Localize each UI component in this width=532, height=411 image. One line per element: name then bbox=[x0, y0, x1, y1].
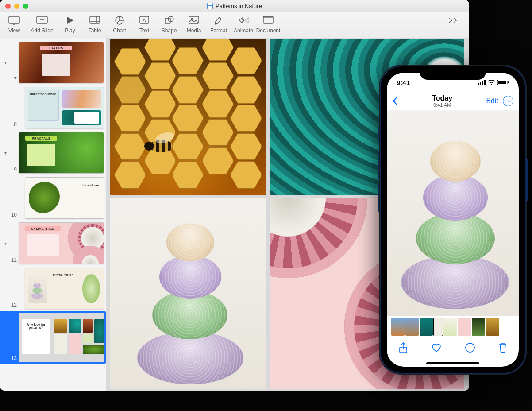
text-button[interactable]: A Text bbox=[132, 15, 157, 34]
svg-rect-25 bbox=[508, 81, 509, 83]
cellular-icon bbox=[478, 80, 486, 85]
battery-icon bbox=[497, 80, 509, 85]
photos-title: Today 9:41 AM bbox=[432, 94, 452, 108]
add-slide-icon bbox=[36, 16, 48, 25]
filmstrip-thumb-selected[interactable] bbox=[434, 318, 443, 336]
svg-rect-13 bbox=[165, 18, 170, 23]
svg-rect-15 bbox=[189, 16, 199, 23]
svg-point-16 bbox=[191, 18, 193, 20]
back-icon[interactable] bbox=[392, 96, 398, 106]
svg-rect-5 bbox=[90, 16, 100, 23]
format-icon bbox=[214, 16, 224, 25]
window-title-label: Patterns in Nature bbox=[216, 3, 262, 9]
format-label: Format bbox=[210, 27, 227, 34]
edit-button[interactable]: Edit bbox=[486, 97, 498, 105]
chart-icon bbox=[115, 16, 124, 25]
filmstrip-thumb[interactable] bbox=[458, 318, 471, 336]
window-title: Patterns in Nature bbox=[0, 3, 469, 9]
iphone-device: 9:41 Today 9:41 AM Edit ⋯ bbox=[379, 65, 527, 375]
favorite-button[interactable] bbox=[431, 342, 442, 355]
slide-thumb-9[interactable]: ▾ 9 FRACTALS bbox=[2, 132, 104, 174]
shape-icon bbox=[164, 16, 174, 25]
play-icon bbox=[66, 16, 74, 25]
disclosure-icon[interactable]: ▾ bbox=[2, 241, 9, 246]
table-button[interactable]: Table bbox=[82, 15, 107, 34]
iphone-screen: 9:41 Today 9:41 AM Edit ⋯ bbox=[387, 73, 519, 367]
media-button[interactable]: Media bbox=[181, 15, 206, 34]
chart-button[interactable]: Chart bbox=[107, 15, 132, 34]
filmstrip-thumb[interactable] bbox=[391, 318, 405, 336]
chevron-double-right-icon bbox=[448, 17, 459, 23]
svg-rect-19 bbox=[478, 83, 479, 85]
svg-point-14 bbox=[168, 16, 173, 22]
more-button[interactable]: ⋯ bbox=[503, 96, 513, 106]
chart-label: Chart bbox=[113, 27, 126, 34]
share-button[interactable] bbox=[398, 342, 408, 355]
animate-icon bbox=[238, 16, 249, 24]
status-time: 9:41 bbox=[397, 79, 410, 86]
document-icon bbox=[207, 3, 213, 9]
svg-rect-0 bbox=[9, 16, 19, 23]
svg-rect-21 bbox=[482, 81, 483, 85]
filmstrip-thumb[interactable] bbox=[405, 318, 419, 336]
toolbar-overflow-button[interactable] bbox=[442, 15, 466, 26]
shape-label: Shape bbox=[162, 27, 177, 34]
media-label: Media bbox=[187, 27, 201, 34]
add-slide-button[interactable]: Add Slide bbox=[27, 15, 58, 34]
filmstrip-thumb[interactable] bbox=[472, 318, 485, 336]
document-icon bbox=[263, 16, 274, 25]
image-urchin-stack[interactable] bbox=[110, 198, 266, 389]
delete-button[interactable] bbox=[498, 342, 508, 355]
table-label: Table bbox=[89, 27, 101, 34]
table-icon bbox=[89, 16, 100, 25]
text-label: Text bbox=[139, 27, 149, 34]
wifi-icon bbox=[488, 80, 495, 85]
format-button[interactable]: Format bbox=[206, 15, 231, 34]
animate-button[interactable]: Animate bbox=[231, 15, 256, 34]
animate-label: Animate bbox=[234, 27, 253, 34]
slide-thumb-8[interactable]: 8 Under the surface bbox=[2, 87, 104, 128]
photo-filmstrip[interactable] bbox=[387, 316, 519, 337]
svg-rect-22 bbox=[484, 80, 486, 85]
filmstrip-thumb[interactable] bbox=[443, 318, 457, 336]
image-honeycomb[interactable] bbox=[110, 39, 266, 195]
add-slide-label: Add Slide bbox=[31, 27, 53, 34]
info-button[interactable] bbox=[465, 342, 475, 355]
svg-text:A: A bbox=[143, 18, 146, 23]
view-button[interactable]: View bbox=[2, 15, 27, 34]
svg-point-29 bbox=[470, 345, 470, 346]
toolbar: View Add Slide Play Table Chart A Text bbox=[0, 12, 469, 38]
text-icon: A bbox=[139, 16, 149, 25]
document-button[interactable]: Document bbox=[256, 15, 281, 34]
home-indicator[interactable] bbox=[387, 360, 519, 367]
photo-viewer[interactable] bbox=[387, 110, 519, 316]
svg-rect-18 bbox=[263, 16, 273, 18]
titlebar: Patterns in Nature bbox=[0, 0, 469, 12]
slide-thumb-13[interactable]: 13 Why look for patterns? bbox=[0, 311, 106, 364]
iphone-notch bbox=[420, 66, 486, 80]
view-label: View bbox=[8, 27, 20, 34]
document-label: Document bbox=[256, 27, 281, 34]
filmstrip-thumb[interactable] bbox=[420, 318, 433, 336]
media-icon bbox=[189, 16, 199, 25]
slide-navigator[interactable]: ▾ 7 LAYERS 8 Under the surface bbox=[0, 38, 106, 391]
play-label: Play bbox=[65, 27, 75, 34]
disclosure-icon[interactable]: ▾ bbox=[2, 151, 9, 155]
shape-button[interactable]: Shape bbox=[157, 15, 181, 34]
slide-thumb-7[interactable]: ▾ 7 LAYERS bbox=[2, 42, 104, 83]
svg-rect-20 bbox=[480, 82, 481, 85]
svg-rect-24 bbox=[498, 81, 506, 84]
disclosure-icon[interactable]: ▾ bbox=[2, 60, 9, 65]
slide-thumb-11[interactable]: ▾ 11 SYMMETRIES bbox=[2, 222, 104, 264]
view-icon bbox=[8, 16, 20, 25]
photos-nav: Today 9:41 AM Edit ⋯ bbox=[387, 92, 519, 110]
slide-thumb-12[interactable]: 12 Mirror, mirror bbox=[2, 268, 104, 309]
photos-toolbar bbox=[387, 337, 519, 360]
filmstrip-thumb[interactable] bbox=[486, 318, 499, 336]
play-button[interactable]: Play bbox=[58, 15, 82, 34]
slide-thumb-10[interactable]: 10 Look closer bbox=[2, 177, 104, 219]
